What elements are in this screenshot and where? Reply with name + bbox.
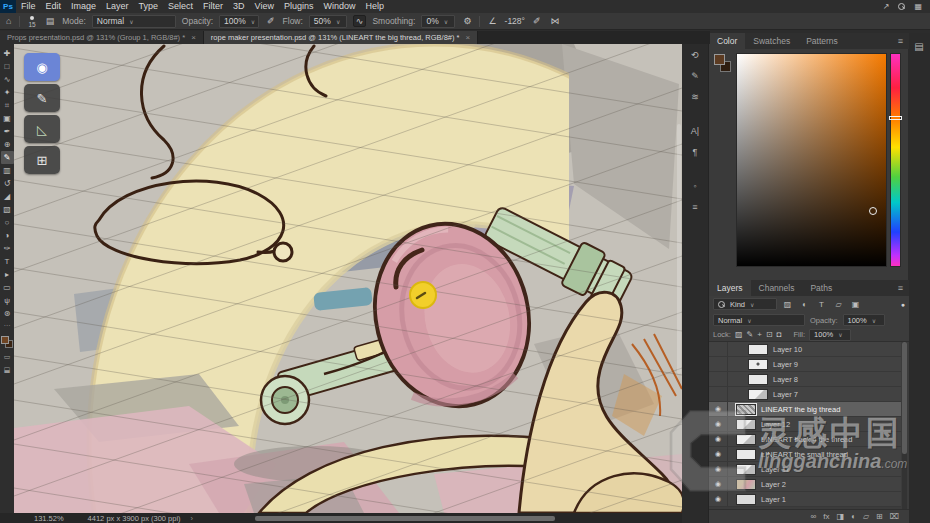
- menu-plugins[interactable]: Plugins: [279, 0, 319, 13]
- layer-thumbnail[interactable]: [736, 464, 756, 475]
- layer-thumbnail[interactable]: [748, 389, 768, 400]
- opacity-select[interactable]: 100%: [219, 15, 259, 28]
- symmetry-icon[interactable]: ⋈: [549, 16, 562, 26]
- filter-kind-select[interactable]: Kind: [713, 298, 777, 310]
- brush-tool[interactable]: ✎: [1, 151, 14, 164]
- layer-row[interactable]: ◉ LINEART back 4 the thread: [709, 432, 901, 447]
- layer-opacity-select[interactable]: 100%: [843, 314, 885, 326]
- tab-channels[interactable]: Channels: [751, 280, 803, 296]
- visibility-toggle[interactable]: [709, 372, 728, 386]
- tab-layers[interactable]: Layers: [709, 280, 751, 296]
- menu-window[interactable]: Window: [319, 0, 361, 13]
- history-panel-icon[interactable]: ⟲: [687, 48, 703, 62]
- hue-slider[interactable]: [890, 53, 901, 267]
- path-selection-tool[interactable]: ▸: [1, 268, 14, 281]
- tab-color[interactable]: Color: [709, 33, 745, 49]
- status-arrow-icon[interactable]: ›: [191, 514, 194, 523]
- lock-position-icon[interactable]: +: [757, 330, 762, 339]
- layer-row-selected[interactable]: ◉ LINEART the big thread: [709, 402, 901, 417]
- filter-smart-icon[interactable]: ▣: [849, 300, 862, 309]
- visibility-toggle[interactable]: ◉: [709, 462, 728, 476]
- eraser-tool[interactable]: ◢: [1, 190, 14, 203]
- tab-swatches[interactable]: Swatches: [745, 33, 798, 49]
- layer-row[interactable]: Layer 9: [709, 357, 901, 372]
- layer-style-icon[interactable]: fx: [823, 512, 829, 521]
- lock-artboard-icon[interactable]: ⊡: [766, 330, 773, 339]
- layer-mask-icon[interactable]: ◨: [837, 512, 845, 521]
- menu-select[interactable]: Select: [163, 0, 198, 13]
- zoom-tool[interactable]: ⊛: [1, 307, 14, 320]
- menu-image[interactable]: Image: [66, 0, 101, 13]
- panel-menu-icon[interactable]: ≡: [898, 36, 909, 46]
- layer-thumbnail[interactable]: [748, 374, 768, 385]
- quick-mask-icon[interactable]: ▭: [4, 353, 11, 361]
- visibility-toggle[interactable]: [709, 357, 728, 371]
- filter-toggle[interactable]: ●: [901, 301, 905, 308]
- visibility-toggle[interactable]: ◉: [709, 477, 728, 491]
- close-icon[interactable]: ×: [466, 33, 471, 42]
- lock-all-icon[interactable]: ◘: [777, 330, 782, 339]
- pen-tool[interactable]: ✑: [1, 242, 14, 255]
- panel-menu-icon[interactable]: ≡: [898, 283, 909, 293]
- curve-tool-button[interactable]: ✎: [24, 84, 60, 112]
- smudge-tool[interactable]: ○: [1, 216, 14, 229]
- layer-row[interactable]: ◉ Layer 12: [709, 417, 901, 432]
- visibility-toggle[interactable]: ◉: [709, 402, 728, 416]
- adjustments-icon[interactable]: ≡: [687, 200, 703, 214]
- menu-3d[interactable]: 3D: [228, 0, 250, 13]
- filter-shape-icon[interactable]: ▱: [832, 300, 845, 309]
- character-panel-icon[interactable]: A|: [687, 124, 703, 138]
- tab-props-presentation[interactable]: Props presentation.psd @ 131% (Group 1, …: [0, 31, 204, 44]
- filter-pixel-icon[interactable]: ▨: [781, 300, 794, 309]
- new-group-icon[interactable]: ▱: [863, 512, 869, 521]
- color-picker-handle[interactable]: [869, 207, 877, 215]
- menu-layer[interactable]: Layer: [101, 0, 134, 13]
- layer-blend-mode-select[interactable]: Normal: [713, 314, 805, 326]
- zoom-level[interactable]: 131.52%: [34, 514, 64, 523]
- ruler-tool-button[interactable]: ◺: [24, 115, 60, 143]
- menu-type[interactable]: Type: [134, 0, 164, 13]
- menu-edit[interactable]: Edit: [41, 0, 67, 13]
- hand-tool[interactable]: ψ: [1, 294, 14, 307]
- move-tool[interactable]: ✚: [1, 47, 14, 60]
- crop-tool[interactable]: ⌗: [1, 99, 14, 112]
- canvas[interactable]: ◉ ✎ ◺ ⊞: [14, 44, 682, 513]
- screen-mode-icon[interactable]: ⬓: [4, 366, 11, 374]
- hue-slider-handle[interactable]: [889, 116, 902, 120]
- layer-row[interactable]: Layer 7: [709, 387, 901, 402]
- adjustment-layer-icon[interactable]: ◐: [851, 512, 856, 521]
- menu-file[interactable]: File: [16, 0, 41, 13]
- link-layers-icon[interactable]: ∞: [811, 512, 817, 521]
- layer-thumbnail[interactable]: [736, 494, 756, 505]
- saturation-brightness-field[interactable]: [736, 53, 887, 267]
- gradient-tool[interactable]: ▧: [1, 203, 14, 216]
- layer-thumbnail[interactable]: [748, 344, 768, 355]
- filter-type-icon[interactable]: T: [815, 300, 828, 309]
- layer-thumbnail[interactable]: [736, 449, 756, 460]
- layer-thumbnail[interactable]: [748, 359, 768, 370]
- canvas-vertical-scrollbar[interactable]: [677, 124, 681, 374]
- new-layer-icon[interactable]: ⊞: [876, 512, 883, 521]
- close-icon[interactable]: ×: [191, 33, 196, 42]
- layer-thumbnail[interactable]: [736, 404, 756, 415]
- layer-row[interactable]: Layer 10: [709, 342, 901, 357]
- airbrush-icon[interactable]: ∿: [353, 15, 367, 27]
- healing-brush-tool[interactable]: ⊕: [1, 138, 14, 151]
- frame-tool[interactable]: ▣: [1, 112, 14, 125]
- foreground-color[interactable]: [714, 54, 725, 65]
- brush-angle-value[interactable]: -128°: [505, 16, 525, 26]
- tab-paths[interactable]: Paths: [802, 280, 840, 296]
- visibility-toggle[interactable]: [709, 342, 728, 356]
- object-selection-tool[interactable]: ✦: [1, 86, 14, 99]
- home-icon[interactable]: ⌂: [4, 16, 13, 26]
- flow-select[interactable]: 50%: [309, 15, 347, 28]
- visibility-toggle[interactable]: ◉: [709, 432, 728, 446]
- delete-layer-icon[interactable]: ⌧: [890, 512, 899, 521]
- marquee-tool[interactable]: □: [1, 60, 14, 73]
- lasso-tool[interactable]: ∿: [1, 73, 14, 86]
- pressure-opacity-icon[interactable]: ✐: [265, 16, 277, 26]
- dodge-tool[interactable]: ◑: [1, 229, 14, 242]
- pressure-size-icon[interactable]: ✐: [531, 16, 543, 26]
- layer-fill-select[interactable]: 100%: [809, 329, 851, 341]
- smoothing-gear-icon[interactable]: ⚙: [461, 16, 473, 26]
